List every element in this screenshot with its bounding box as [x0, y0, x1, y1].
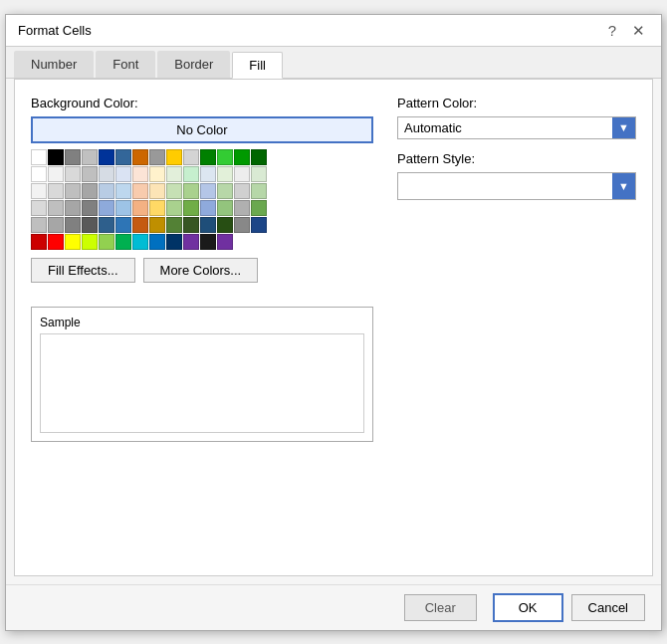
color-cell[interactable] — [251, 166, 267, 182]
color-cell[interactable] — [99, 166, 114, 182]
color-cell[interactable] — [217, 200, 233, 216]
color-cell[interactable] — [48, 149, 64, 165]
color-cell[interactable] — [217, 183, 233, 199]
color-cell[interactable] — [99, 200, 114, 216]
color-cell[interactable] — [200, 200, 216, 216]
color-cell[interactable] — [115, 234, 131, 250]
color-cell[interactable] — [132, 149, 148, 165]
color-cell[interactable] — [166, 166, 182, 182]
color-cell[interactable] — [48, 166, 64, 182]
color-cell[interactable] — [48, 217, 64, 233]
color-cell[interactable] — [149, 149, 165, 165]
color-cell[interactable] — [65, 149, 81, 165]
color-cell[interactable] — [149, 166, 165, 182]
color-cell[interactable] — [65, 183, 81, 199]
more-colors-button[interactable]: More Colors... — [143, 258, 259, 283]
color-cell[interactable] — [82, 217, 98, 233]
color-cell[interactable] — [251, 183, 267, 199]
color-cell[interactable] — [234, 200, 250, 216]
color-cell[interactable] — [251, 200, 267, 216]
color-cell[interactable] — [82, 166, 98, 182]
color-cell[interactable] — [217, 217, 233, 233]
color-cell[interactable] — [115, 217, 131, 233]
color-cell[interactable] — [200, 217, 216, 233]
color-cell[interactable] — [149, 217, 165, 233]
ok-button[interactable]: OK — [493, 593, 563, 622]
color-cell[interactable] — [31, 183, 47, 199]
color-cell[interactable] — [99, 183, 114, 199]
color-cell[interactable] — [200, 234, 216, 250]
color-cell[interactable] — [234, 183, 250, 199]
color-cell[interactable] — [200, 183, 216, 199]
no-color-button[interactable]: No Color — [31, 116, 373, 143]
clear-button[interactable]: Clear — [404, 594, 477, 621]
tab-fill[interactable]: Fill — [232, 52, 283, 79]
color-cell[interactable] — [166, 217, 182, 233]
color-cell[interactable] — [166, 183, 182, 199]
color-cell[interactable] — [217, 149, 233, 165]
title-bar: Format Cells ? ✕ — [6, 15, 661, 47]
color-cell[interactable] — [183, 200, 199, 216]
help-button[interactable]: ? — [604, 23, 620, 38]
color-cell[interactable] — [115, 200, 131, 216]
color-cell[interactable] — [115, 183, 131, 199]
close-button[interactable]: ✕ — [628, 23, 649, 38]
color-cell[interactable] — [82, 183, 98, 199]
color-cell[interactable] — [166, 200, 182, 216]
color-cell[interactable] — [234, 149, 250, 165]
color-cell[interactable] — [65, 217, 81, 233]
color-cell[interactable] — [31, 234, 47, 250]
color-cell[interactable] — [183, 234, 199, 250]
color-cell[interactable] — [31, 166, 47, 182]
pattern-style-dropdown[interactable]: ▼ — [397, 172, 636, 200]
dialog-title: Format Cells — [18, 23, 92, 38]
fill-effects-button[interactable]: Fill Effects... — [31, 258, 135, 283]
pattern-color-dropdown[interactable]: Automatic ▼ — [397, 116, 636, 139]
color-cell[interactable] — [166, 149, 182, 165]
color-cell[interactable] — [217, 234, 233, 250]
right-panel: Pattern Color: Automatic ▼ Pattern Style… — [397, 96, 636, 442]
color-cell[interactable] — [149, 200, 165, 216]
color-cell[interactable] — [251, 217, 267, 233]
color-cell[interactable] — [48, 200, 64, 216]
color-cell[interactable] — [234, 217, 250, 233]
color-cell[interactable] — [82, 200, 98, 216]
color-cell[interactable] — [31, 217, 47, 233]
color-cell[interactable] — [48, 183, 64, 199]
color-cell[interactable] — [132, 183, 148, 199]
tab-border[interactable]: Border — [157, 51, 230, 78]
color-cell[interactable] — [149, 234, 165, 250]
tab-number[interactable]: Number — [14, 51, 94, 78]
color-cell[interactable] — [99, 234, 114, 250]
format-cells-dialog: Format Cells ? ✕ Number Font Border Fill… — [5, 14, 662, 631]
color-cell[interactable] — [132, 200, 148, 216]
color-cell[interactable] — [115, 149, 131, 165]
color-cell[interactable] — [200, 166, 216, 182]
color-cell[interactable] — [132, 166, 148, 182]
cancel-button[interactable]: Cancel — [571, 594, 645, 621]
color-cell[interactable] — [82, 234, 98, 250]
color-cell[interactable] — [149, 183, 165, 199]
color-cell[interactable] — [65, 166, 81, 182]
tab-font[interactable]: Font — [96, 51, 155, 78]
color-cell[interactable] — [183, 166, 199, 182]
color-cell[interactable] — [65, 234, 81, 250]
color-cell[interactable] — [251, 149, 267, 165]
color-cell[interactable] — [31, 149, 47, 165]
color-cell[interactable] — [234, 166, 250, 182]
color-cell[interactable] — [183, 183, 199, 199]
color-cell[interactable] — [82, 149, 98, 165]
color-cell[interactable] — [132, 217, 148, 233]
color-cell[interactable] — [166, 234, 182, 250]
color-cell[interactable] — [183, 149, 199, 165]
color-cell[interactable] — [99, 149, 114, 165]
color-cell[interactable] — [217, 166, 233, 182]
color-cell[interactable] — [65, 200, 81, 216]
color-cell[interactable] — [115, 166, 131, 182]
color-cell[interactable] — [48, 234, 64, 250]
color-cell[interactable] — [132, 234, 148, 250]
color-cell[interactable] — [99, 217, 114, 233]
color-cell[interactable] — [200, 149, 216, 165]
color-cell[interactable] — [31, 200, 47, 216]
color-cell[interactable] — [183, 217, 199, 233]
